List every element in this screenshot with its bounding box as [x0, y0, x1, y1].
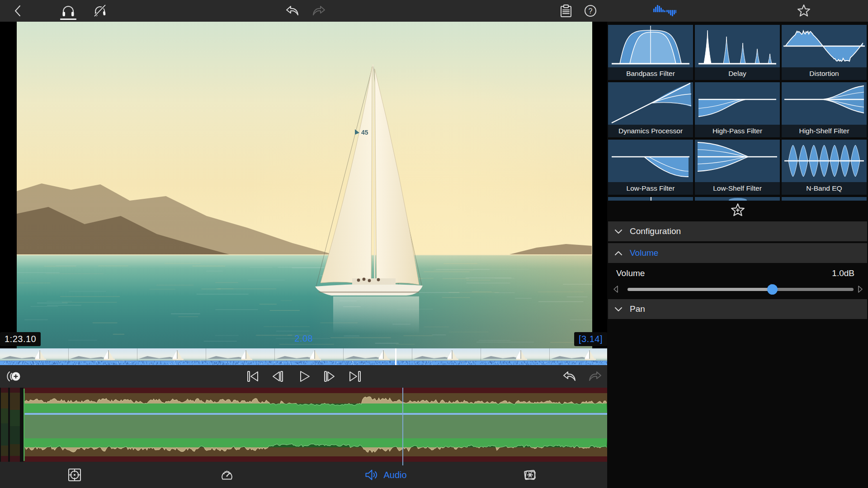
section-configuration-label: Configuration [630, 226, 681, 236]
effect-tile-label: Delay [695, 67, 780, 80]
redo-button[interactable] [311, 5, 327, 17]
adjacent-track-column[interactable] [1, 388, 8, 462]
timeline-undo-button[interactable] [561, 371, 577, 382]
headphones-monitor-icon[interactable] [61, 4, 75, 18]
effect-tile-graphic-lowshelf [695, 140, 780, 182]
audio-tab[interactable]: Audio [364, 469, 406, 481]
volume-slider-track[interactable] [627, 288, 854, 291]
chevron-down-icon [613, 305, 623, 313]
speed-tab[interactable] [220, 468, 234, 482]
effect-tile-graphic-highshelf [782, 82, 867, 125]
back-button[interactable] [13, 4, 23, 18]
effect-tile-graphic-dynamics [608, 82, 693, 125]
effect-tile-graphic-distortion [782, 25, 867, 67]
add-favorite-effect-button[interactable] [729, 202, 746, 219]
skip-to-start-button[interactable] [246, 370, 260, 383]
effect-tile-highshelf[interactable]: High-Shelf Filter [782, 82, 867, 137]
preview-image-sailboat [17, 22, 592, 348]
effect-tile-graphic-delay [695, 25, 780, 67]
timecode-clip-duration: 2.08 [294, 333, 313, 344]
headphones-selected-underline [60, 19, 76, 20]
effect-tile-highpass[interactable]: High-Pass Filter [695, 82, 780, 137]
chevron-up-icon [613, 249, 623, 257]
volume-value: 1.0dB [832, 268, 854, 278]
timecode-current: 1:23.10 [0, 332, 41, 346]
jog-wheel-add-button[interactable] [6, 370, 21, 383]
timeline-redo-button[interactable] [588, 371, 603, 382]
audio-meter-icon[interactable] [653, 4, 676, 18]
effect-tile-label: Dynamics Processor [608, 125, 693, 137]
speaker-icon [364, 469, 378, 481]
filmstrip-thumbnails [0, 348, 607, 365]
effect-tile-graphic-nband [782, 140, 867, 182]
effect-tile-lowshelf[interactable]: Low-Shelf Filter [695, 140, 780, 195]
effect-tile-dynamics[interactable]: Dynamics Processor [608, 82, 693, 137]
top-toolbar: ? [0, 0, 868, 22]
volume-label: Volume [616, 268, 645, 278]
favorites-star-icon[interactable] [797, 4, 811, 18]
section-volume[interactable]: Volume [608, 243, 867, 263]
audio-tab-label: Audio [383, 470, 406, 480]
effect-tile-label: Low-Pass Filter [608, 182, 693, 195]
clip-editor-toolbar: Audio [0, 462, 607, 488]
play-button[interactable] [297, 370, 311, 383]
headphones-muted-icon[interactable] [93, 4, 107, 18]
effect-tile-graphic-lowpass [608, 140, 693, 182]
effect-tile-nband[interactable]: N-Band EQ [782, 140, 867, 195]
section-configuration[interactable]: Configuration [608, 221, 867, 241]
frame-fit-tab[interactable] [67, 468, 82, 482]
audio-clip-waveform[interactable] [24, 388, 607, 462]
filmstrip-playhead[interactable] [395, 348, 396, 365]
effect-tile-delay[interactable]: Delay [695, 25, 780, 80]
svg-text:?: ? [589, 7, 593, 15]
volume-slider-thumb[interactable] [767, 284, 778, 295]
previous-frame-button[interactable] [271, 370, 285, 383]
effect-tile-bandpass[interactable]: Bandpass Filter [608, 25, 693, 80]
effect-tile-lowpass[interactable]: Low-Pass Filter [608, 140, 693, 195]
effect-tile-graphic-bandpass [608, 25, 693, 67]
clipboard-icon[interactable] [559, 4, 573, 18]
effect-tile-label: N-Band EQ [782, 182, 867, 195]
chevron-down-icon [613, 227, 623, 235]
slider-increment-arrow[interactable] [858, 285, 863, 293]
section-pan[interactable]: Pan [608, 299, 867, 319]
timecode-total-duration: [3.14] [574, 332, 607, 346]
transport-bar [0, 365, 607, 388]
volume-slider-row [607, 280, 868, 298]
effect-tile-distortion[interactable]: Distortion [782, 25, 867, 80]
slider-decrement-arrow[interactable] [613, 285, 618, 293]
video-preview[interactable]: 1:23.10 2.08 [3.14] [0, 22, 607, 348]
audio-timeline [0, 388, 607, 462]
skip-to-end-button[interactable] [348, 370, 362, 383]
effect-tile-graphic-highpass [695, 82, 780, 125]
effect-tile-partial[interactable] [782, 197, 867, 201]
effect-tile-partial[interactable] [695, 197, 780, 201]
app-window: ? 1:23.10 2.08 [3.14] [0, 0, 868, 488]
effect-tile-label: Bandpass Filter [608, 67, 693, 80]
help-button[interactable]: ? [584, 4, 597, 18]
timeline-playhead[interactable] [402, 388, 403, 465]
filmstrip-scrubber[interactable] [0, 348, 607, 365]
effect-tile-label: High-Shelf Filter [782, 125, 867, 137]
effects-tab[interactable] [522, 468, 538, 482]
effect-tile-label: Distortion [782, 67, 867, 80]
undo-button[interactable] [284, 5, 300, 17]
effect-tile-partial[interactable] [608, 197, 693, 201]
section-pan-label: Pan [630, 304, 645, 314]
next-frame-button[interactable] [322, 370, 336, 383]
adjacent-track-column[interactable] [10, 388, 20, 462]
section-volume-label: Volume [630, 248, 658, 258]
volume-parameter-row: Volume 1.0dB [607, 268, 868, 281]
effect-tile-label: High-Pass Filter [695, 125, 780, 137]
audio-effects-panel: Bandpass FilterDelayDistortionDynamics P… [607, 22, 868, 488]
effect-tile-label: Low-Shelf Filter [695, 182, 780, 195]
